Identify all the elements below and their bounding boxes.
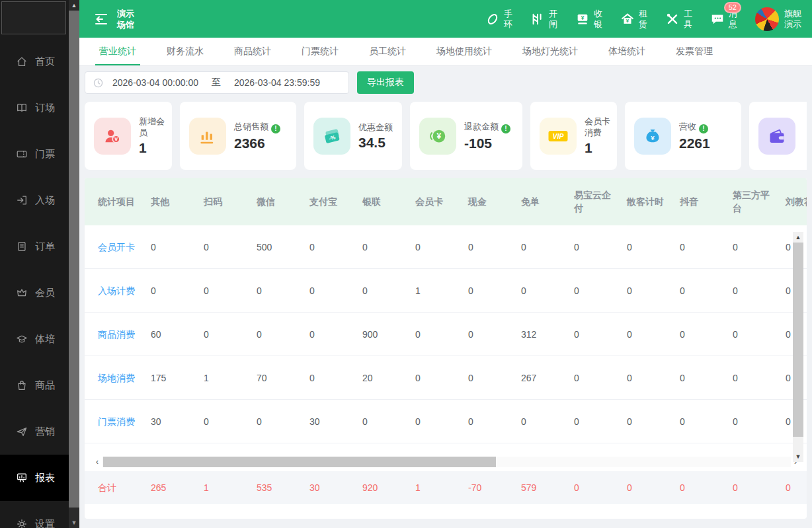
table-row: 场地消费1751700200026700000	[85, 356, 807, 400]
cell-value: 0	[204, 415, 257, 428]
column-header: 扫码	[204, 195, 257, 208]
cell-value: 0	[574, 328, 627, 341]
message-count-badge: 52	[724, 2, 741, 13]
total-value: 535	[257, 481, 309, 494]
sidebar-item-member[interactable]: 会员	[0, 270, 69, 316]
scroll-up-icon[interactable]: ▲	[793, 232, 803, 243]
total-value: 0	[574, 481, 627, 494]
collapse-sidebar-icon[interactable]	[94, 13, 108, 26]
user-menu[interactable]: 旗舰 演示	[755, 7, 801, 31]
booking-icon	[16, 102, 28, 114]
menu-item-tools[interactable]: 工具	[665, 9, 692, 30]
menu-item-cashier[interactable]: ¥收银	[575, 9, 602, 30]
cell-value: 0	[468, 241, 521, 254]
vertical-scrollbar-thumb[interactable]	[793, 243, 803, 437]
row-link[interactable]: 场地消费	[98, 371, 151, 385]
revenue-icon: ¥	[634, 118, 671, 155]
sidebar-item-marketing[interactable]: 营销	[0, 408, 69, 455]
scroll-left-icon[interactable]: ‹	[93, 457, 102, 467]
total-value: 0	[627, 481, 680, 494]
sidebar-item-settings[interactable]: 设置	[0, 501, 69, 528]
sidebar-item-ticket[interactable]: 门票	[0, 131, 69, 177]
tab-场地灯光统计[interactable]: 场地灯光统计	[522, 38, 578, 65]
cell-value: 0	[733, 328, 786, 341]
cell-value: 70	[257, 371, 309, 385]
row-link[interactable]: 门票消费	[98, 415, 151, 428]
date-range-input[interactable]: 2026-03-04 00:00:00 至 2026-03-04 23:59:5…	[85, 71, 349, 94]
tab-营业统计[interactable]: 营业统计	[99, 38, 136, 65]
cell-value: 0	[362, 241, 415, 254]
cell-value: 0	[680, 328, 733, 341]
sidebar-item-label: 首页	[35, 56, 55, 68]
scroll-down-icon[interactable]: ▼	[69, 517, 79, 528]
sidebar-item-booking[interactable]: 订场	[0, 85, 69, 131]
horizontal-scrollbar[interactable]: ‹ ›	[93, 457, 800, 467]
menu-item-wristband[interactable]: 手环	[485, 9, 512, 30]
tab-体培统计[interactable]: 体培统计	[608, 38, 645, 65]
row-link[interactable]: 商品消费	[98, 328, 151, 341]
cell-value: 0	[204, 284, 257, 297]
content-area: 2026-03-04 00:00:00 至 2026-03-04 23:59:5…	[79, 66, 812, 528]
cell-value: 0	[468, 415, 521, 428]
rental-icon: ¥	[620, 12, 635, 26]
sidebar-item-report[interactable]: 报表	[0, 455, 69, 501]
cell-value: 0	[151, 284, 204, 297]
cell-value: 0	[309, 241, 362, 254]
tab-发票管理[interactable]: 发票管理	[676, 38, 713, 65]
sidebar-scrollbar[interactable]: ▲ ▼	[69, 0, 79, 528]
tab-商品统计[interactable]: 商品统计	[234, 38, 271, 65]
gate-icon	[530, 12, 545, 26]
menu-item-gate[interactable]: 开闸	[530, 9, 557, 30]
date-start[interactable]: 2026-03-04 00:00:00	[112, 77, 198, 88]
scroll-up-icon[interactable]: ▲	[69, 0, 79, 11]
row-link[interactable]: 会员开卡	[98, 241, 151, 254]
cell-value: 0	[627, 371, 680, 385]
tab-bar: 营业统计财务流水商品统计门票统计员工统计场地使用统计场地灯光统计体培统计发票管理	[79, 38, 812, 66]
total-value: 0	[680, 481, 733, 494]
table-row: 门票消费300030000000000	[85, 400, 807, 443]
app-root: 首页订场门票入场订单会员体培商品营销报表设置 ▲ ▼ 演示 场馆 手环开闸¥收银…	[0, 0, 812, 528]
avatar[interactable]	[755, 7, 779, 31]
row-link[interactable]: 入场计费	[98, 284, 151, 297]
stat-card-member-add: v新增会员1	[85, 102, 172, 170]
cell-value: 175	[151, 371, 204, 385]
export-report-button[interactable]: 导出报表	[357, 71, 414, 94]
total-label: 合计	[98, 481, 151, 494]
horizontal-scrollbar-track[interactable]	[102, 457, 791, 467]
cell-value: 0	[733, 241, 786, 254]
sidebar-item-label: 订场	[35, 102, 55, 114]
menu-item-label: 开闸	[549, 9, 557, 30]
cell-value: 0	[415, 415, 468, 428]
vertical-scrollbar[interactable]: ▲ ▼	[793, 232, 803, 462]
total-value: 30	[309, 481, 362, 494]
sidebar-item-goods[interactable]: 商品	[0, 362, 69, 408]
cell-value: 0	[574, 241, 627, 254]
sidebar-item-order[interactable]: 订单	[0, 223, 69, 270]
column-header: 免单	[521, 195, 574, 208]
tools-icon	[665, 12, 680, 26]
tab-门票统计[interactable]: 门票统计	[302, 38, 339, 65]
total-value: 0	[733, 481, 786, 494]
total-value: 0	[786, 481, 807, 494]
cell-value: 0	[468, 284, 521, 297]
tab-场地使用统计[interactable]: 场地使用统计	[436, 38, 492, 65]
report-table-panel: 统计项目其他扫码微信支付宝银联会员卡现金免单易宝云企付散客计时抖音第三方平台刘教…	[85, 178, 807, 519]
date-end[interactable]: 2026-03-04 23:59:59	[234, 77, 320, 88]
stat-card-discount: -%优惠金额34.5	[304, 102, 402, 170]
scroll-down-icon[interactable]: ▼	[793, 451, 803, 462]
menu-item-message[interactable]: 消息52	[710, 9, 737, 30]
cell-value: 267	[521, 371, 574, 385]
menu-item-rental[interactable]: ¥租赁	[620, 9, 647, 30]
sidebar-item-training[interactable]: 体培	[0, 316, 69, 362]
cell-value: 0	[733, 284, 786, 297]
horizontal-scrollbar-thumb[interactable]	[103, 457, 496, 467]
sidebar-item-home[interactable]: 首页	[0, 38, 69, 85]
sidebar-item-label: 订单	[35, 241, 55, 253]
tab-财务流水[interactable]: 财务流水	[167, 38, 204, 65]
refund-icon: ¥	[419, 118, 456, 155]
stat-card-label: 会员卡消费	[585, 116, 612, 138]
sidebar-scrollbar-thumb[interactable]	[69, 11, 79, 508]
menu-item-label: 租赁	[639, 9, 647, 30]
tab-员工统计[interactable]: 员工统计	[369, 38, 406, 65]
sidebar-item-entry[interactable]: 入场	[0, 177, 69, 223]
